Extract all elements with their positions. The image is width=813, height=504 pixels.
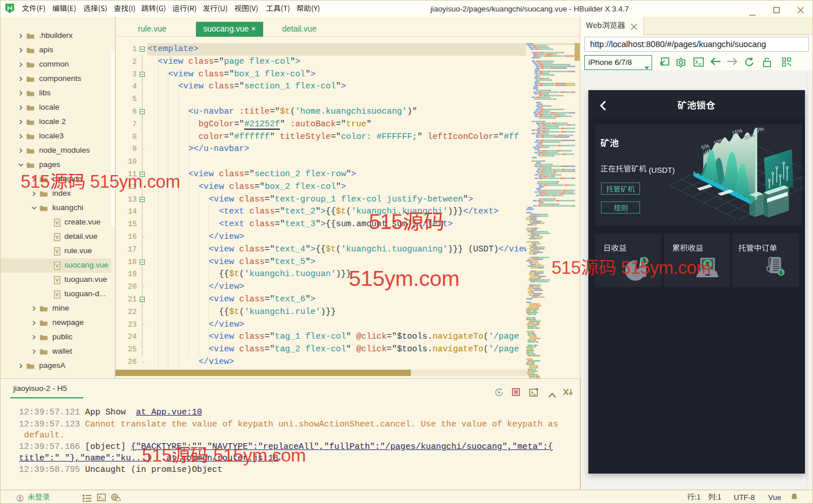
svg-text:40%: 40% [752,125,765,135]
svg-text:$: $ [780,270,783,276]
svg-text:5%: 5% [700,142,710,151]
